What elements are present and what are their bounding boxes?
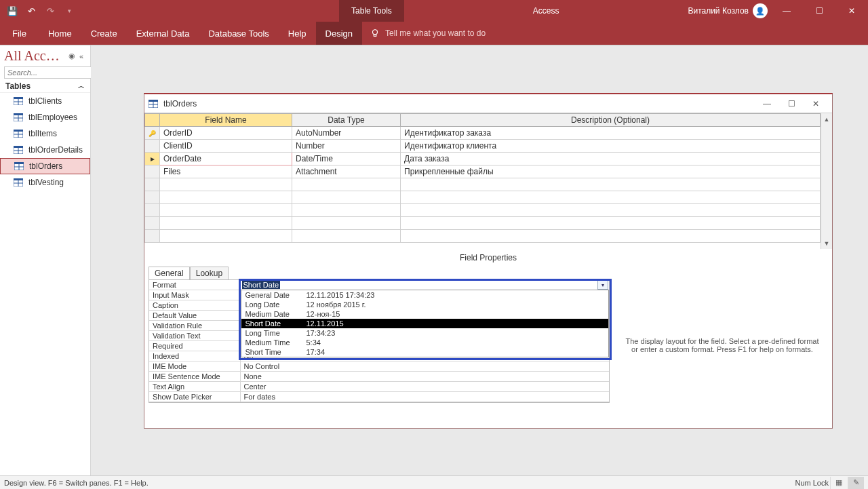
design-window-titlebar[interactable]: tblOrders — ☐ ✕ [144,94,832,113]
collapse-group-icon[interactable]: ︿ [78,81,85,91]
nav-item-tblvesting[interactable]: tblVesting [0,174,90,191]
nav-item-tblclients[interactable]: tblClients [0,93,90,109]
account-button[interactable]: Виталий Козлов 👤 [688,3,768,18]
prop-value[interactable]: No Control [240,361,609,372]
row-selector[interactable] [145,140,160,153]
tab-home[interactable]: Home [39,22,81,45]
property-grid[interactable]: FormatShort Date▾General Date12.11.2015 … [149,279,610,403]
design-restore-button[interactable]: ☐ [779,96,804,112]
row-selector-header[interactable] [145,114,160,127]
cell-description[interactable] [401,204,821,217]
cell-description[interactable] [401,217,821,230]
prop-name[interactable]: Indexed [149,351,240,361]
cell-field-name[interactable]: Files [160,165,292,178]
tab-create[interactable]: Create [81,22,127,45]
cell-field-name[interactable]: OrderID [160,127,292,140]
row-selector[interactable] [145,217,160,230]
nav-item-tblemployees[interactable]: tblEmployees [0,109,90,125]
prop-value[interactable]: For dates [240,392,609,402]
tab-external-data[interactable]: External Data [127,22,199,45]
view-design-icon[interactable]: ✎ [848,477,864,489]
cell-field-name[interactable]: ClientID [160,140,292,153]
cell-data-type[interactable]: Date/Time [292,153,401,165]
cell-field-name[interactable] [160,217,292,230]
row-selector[interactable] [145,230,160,243]
col-data-type[interactable]: Data Type [292,114,401,127]
prop-name[interactable]: Show Date Picker [149,392,240,402]
row-selector[interactable] [145,204,160,217]
grid-scrollbar[interactable]: ▲ ▼ [821,113,832,249]
cell-data-type[interactable] [292,217,401,230]
nav-item-tblorders[interactable]: tblOrders [0,158,90,174]
dropdown-option[interactable]: General Date12.11.2015 17:34:23 [241,290,609,300]
cell-field-name[interactable] [160,178,292,191]
cell-data-type[interactable] [292,191,401,204]
prop-name[interactable]: Validation Rule [149,321,240,331]
minimize-button[interactable]: — [773,0,800,22]
row-selector[interactable] [145,191,160,204]
dropdown-toggle-icon[interactable]: ▾ [597,280,608,290]
cell-description[interactable]: Идентификатор заказа [401,127,821,140]
dropdown-option[interactable]: Short Time17:34 [241,347,609,357]
tab-help[interactable]: Help [279,22,316,45]
col-description[interactable]: Description (Optional) [401,114,821,127]
dropdown-option[interactable]: Medium Date12-ноя-15 [241,309,609,319]
dropdown-option[interactable]: Long Time17:34:23 [241,328,609,338]
design-close-button[interactable]: ✕ [804,96,828,112]
cell-field-name[interactable] [160,191,292,204]
cell-data-type[interactable] [292,178,401,191]
prop-tab-general[interactable]: General [149,267,190,279]
scroll-up-icon[interactable]: ▲ [821,113,832,125]
nav-filter-icon[interactable]: ◉ [67,52,77,61]
prop-name[interactable]: Caption [149,300,240,311]
nav-pane-title[interactable]: All Acc… [4,48,67,64]
prop-name[interactable]: Required [149,341,240,351]
cell-description[interactable] [401,230,821,243]
design-minimize-button[interactable]: — [755,96,779,112]
scroll-down-icon[interactable]: ▼ [821,237,832,249]
cell-data-type[interactable] [292,230,401,243]
prop-tab-lookup[interactable]: Lookup [190,267,229,279]
dropdown-option[interactable]: Short Date12.11.2015 [241,319,609,328]
nav-search-input[interactable] [4,66,105,79]
field-grid[interactable]: Field Name Data Type Description (Option… [144,113,832,249]
cell-description[interactable]: Прикрепленные файлы [401,165,821,178]
tab-file[interactable]: File [0,22,39,45]
prop-value[interactable]: None [240,372,609,382]
nav-collapse-icon[interactable]: « [77,52,86,61]
dropdown-option[interactable]: Long Date12 ноября 2015 г. [241,300,609,309]
cell-field-name[interactable] [160,204,292,217]
row-selector[interactable] [145,165,160,178]
cell-description[interactable]: Идентификатор клиента [401,140,821,153]
restore-button[interactable]: ☐ [806,0,833,22]
view-datasheet-icon[interactable]: ▦ [830,477,846,489]
cell-description[interactable] [401,191,821,204]
cell-data-type[interactable] [292,204,401,217]
nav-item-tblorderdetails[interactable]: tblOrderDetails [0,142,90,158]
cell-field-name[interactable] [160,230,292,243]
prop-name[interactable]: Default Value [149,311,240,321]
cell-description[interactable] [401,178,821,191]
tab-design[interactable]: Design [316,22,362,45]
prop-name[interactable]: Validation Text [149,331,240,341]
cell-data-type[interactable]: Number [292,140,401,153]
cell-field-name[interactable]: OrderDate [160,153,292,165]
close-button[interactable]: ✕ [838,0,865,22]
row-selector[interactable] [145,178,160,191]
col-field-name[interactable]: Field Name [160,114,292,127]
prop-name[interactable]: Format [149,280,240,290]
prop-name[interactable]: Text Align [149,382,240,392]
save-icon[interactable]: 💾 [4,3,20,19]
prop-name[interactable]: IME Sentence Mode [149,372,240,382]
prop-value[interactable]: Center [240,382,609,392]
cell-description[interactable]: Дата заказа [401,153,821,165]
prop-name[interactable]: IME Mode [149,361,240,372]
prop-value[interactable]: Short Date▾General Date12.11.2015 17:34:… [240,280,609,290]
tell-me-search[interactable]: Tell me what you want to do [362,28,494,38]
row-selector[interactable] [145,153,160,165]
qat-customize-icon[interactable]: ▾ [61,3,77,19]
row-selector[interactable] [145,127,160,140]
nav-item-tblitems[interactable]: tblItems [0,125,90,142]
cell-data-type[interactable]: Attachment [292,165,401,178]
nav-group-tables[interactable]: Tables ︿ [0,80,90,93]
